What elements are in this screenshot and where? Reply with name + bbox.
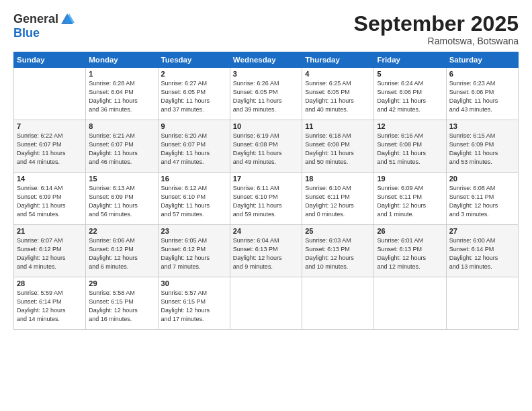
page: General Blue September 2025 Ramotswa, Bo… bbox=[0, 0, 532, 411]
calendar-cell: 20Sunrise: 6:08 AM Sunset: 6:11 PM Dayli… bbox=[446, 173, 518, 225]
calendar-cell: 2Sunrise: 6:27 AM Sunset: 6:05 PM Daylig… bbox=[158, 68, 230, 120]
day-number: 29 bbox=[89, 279, 154, 287]
calendar-cell: 21Sunrise: 6:07 AM Sunset: 6:12 PM Dayli… bbox=[14, 225, 86, 277]
day-number: 5 bbox=[377, 70, 443, 78]
week-row-4: 21Sunrise: 6:07 AM Sunset: 6:12 PM Dayli… bbox=[14, 225, 519, 277]
day-number: 25 bbox=[305, 227, 371, 235]
day-info: Sunrise: 6:08 AM Sunset: 6:11 PM Dayligh… bbox=[449, 184, 515, 219]
day-number: 15 bbox=[89, 175, 154, 183]
logo: General Blue bbox=[13, 12, 75, 40]
day-number: 22 bbox=[89, 227, 154, 235]
calendar-cell: 9Sunrise: 6:20 AM Sunset: 6:07 PM Daylig… bbox=[158, 120, 230, 173]
calendar-cell: 27Sunrise: 6:00 AM Sunset: 6:14 PM Dayli… bbox=[446, 225, 518, 277]
calendar-cell: 4Sunrise: 6:25 AM Sunset: 6:05 PM Daylig… bbox=[302, 68, 374, 120]
weekday-header-tuesday: Tuesday bbox=[158, 52, 230, 68]
calendar-cell: 17Sunrise: 6:11 AM Sunset: 6:10 PM Dayli… bbox=[230, 173, 302, 225]
month-title: September 2025 bbox=[354, 12, 519, 36]
calendar-cell bbox=[14, 68, 86, 120]
calendar-cell: 28Sunrise: 5:59 AM Sunset: 6:14 PM Dayli… bbox=[14, 277, 86, 330]
day-number: 28 bbox=[17, 279, 83, 287]
day-number: 6 bbox=[449, 70, 515, 78]
weekday-header-wednesday: Wednesday bbox=[230, 52, 302, 68]
calendar-cell: 24Sunrise: 6:04 AM Sunset: 6:13 PM Dayli… bbox=[230, 225, 302, 277]
day-number: 8 bbox=[89, 122, 154, 130]
week-row-5: 28Sunrise: 5:59 AM Sunset: 6:14 PM Dayli… bbox=[14, 277, 519, 330]
calendar-cell: 10Sunrise: 6:19 AM Sunset: 6:08 PM Dayli… bbox=[230, 120, 302, 173]
weekday-header-saturday: Saturday bbox=[446, 52, 518, 68]
calendar-cell: 14Sunrise: 6:14 AM Sunset: 6:09 PM Dayli… bbox=[14, 173, 86, 225]
day-info: Sunrise: 6:21 AM Sunset: 6:07 PM Dayligh… bbox=[89, 132, 154, 167]
day-number: 27 bbox=[449, 227, 515, 235]
day-number: 10 bbox=[233, 122, 299, 130]
location: Ramotswa, Botswana bbox=[354, 36, 519, 46]
calendar-cell: 15Sunrise: 6:13 AM Sunset: 6:09 PM Dayli… bbox=[86, 173, 158, 225]
day-info: Sunrise: 6:10 AM Sunset: 6:11 PM Dayligh… bbox=[305, 184, 371, 219]
calendar-cell: 22Sunrise: 6:06 AM Sunset: 6:12 PM Dayli… bbox=[86, 225, 158, 277]
calendar-table: SundayMondayTuesdayWednesdayThursdayFrid… bbox=[13, 52, 519, 330]
day-number: 14 bbox=[17, 175, 83, 183]
calendar-cell: 26Sunrise: 6:01 AM Sunset: 6:13 PM Dayli… bbox=[374, 225, 446, 277]
day-number: 7 bbox=[17, 122, 83, 130]
header: General Blue September 2025 Ramotswa, Bo… bbox=[13, 12, 519, 46]
weekday-header-friday: Friday bbox=[374, 52, 446, 68]
day-number: 17 bbox=[233, 175, 299, 183]
day-info: Sunrise: 6:01 AM Sunset: 6:13 PM Dayligh… bbox=[377, 236, 443, 271]
logo-icon bbox=[60, 12, 75, 27]
calendar-cell: 1Sunrise: 6:28 AM Sunset: 6:04 PM Daylig… bbox=[86, 68, 158, 120]
weekday-header-thursday: Thursday bbox=[302, 52, 374, 68]
weekday-header-monday: Monday bbox=[86, 52, 158, 68]
day-number: 23 bbox=[161, 227, 227, 235]
calendar-cell bbox=[230, 277, 302, 330]
day-info: Sunrise: 6:03 AM Sunset: 6:13 PM Dayligh… bbox=[305, 236, 371, 271]
calendar-cell: 8Sunrise: 6:21 AM Sunset: 6:07 PM Daylig… bbox=[86, 120, 158, 173]
calendar-cell: 12Sunrise: 6:16 AM Sunset: 6:08 PM Dayli… bbox=[374, 120, 446, 173]
day-info: Sunrise: 6:24 AM Sunset: 6:06 PM Dayligh… bbox=[377, 79, 443, 114]
calendar-cell: 25Sunrise: 6:03 AM Sunset: 6:13 PM Dayli… bbox=[302, 225, 374, 277]
day-info: Sunrise: 6:26 AM Sunset: 6:05 PM Dayligh… bbox=[233, 79, 299, 114]
day-info: Sunrise: 6:18 AM Sunset: 6:08 PM Dayligh… bbox=[305, 132, 371, 167]
day-info: Sunrise: 6:07 AM Sunset: 6:12 PM Dayligh… bbox=[17, 236, 83, 271]
calendar-cell bbox=[302, 277, 374, 330]
day-info: Sunrise: 6:22 AM Sunset: 6:07 PM Dayligh… bbox=[17, 132, 83, 167]
day-info: Sunrise: 6:14 AM Sunset: 6:09 PM Dayligh… bbox=[17, 184, 83, 219]
day-number: 18 bbox=[305, 175, 371, 183]
calendar-cell: 3Sunrise: 6:26 AM Sunset: 6:05 PM Daylig… bbox=[230, 68, 302, 120]
day-info: Sunrise: 6:04 AM Sunset: 6:13 PM Dayligh… bbox=[233, 236, 299, 271]
day-info: Sunrise: 6:28 AM Sunset: 6:04 PM Dayligh… bbox=[89, 79, 154, 114]
day-number: 12 bbox=[377, 122, 443, 130]
day-number: 19 bbox=[377, 175, 443, 183]
day-number: 16 bbox=[161, 175, 227, 183]
calendar-cell: 18Sunrise: 6:10 AM Sunset: 6:11 PM Dayli… bbox=[302, 173, 374, 225]
day-info: Sunrise: 6:19 AM Sunset: 6:08 PM Dayligh… bbox=[233, 132, 299, 167]
day-number: 2 bbox=[161, 70, 227, 78]
day-info: Sunrise: 6:12 AM Sunset: 6:10 PM Dayligh… bbox=[161, 184, 227, 219]
day-info: Sunrise: 6:16 AM Sunset: 6:08 PM Dayligh… bbox=[377, 132, 443, 167]
title-block: September 2025 Ramotswa, Botswana bbox=[354, 12, 519, 46]
day-info: Sunrise: 6:13 AM Sunset: 6:09 PM Dayligh… bbox=[89, 184, 154, 219]
calendar-cell: 29Sunrise: 5:58 AM Sunset: 6:15 PM Dayli… bbox=[86, 277, 158, 330]
logo-general-text: General bbox=[13, 13, 58, 26]
calendar-cell: 30Sunrise: 5:57 AM Sunset: 6:15 PM Dayli… bbox=[158, 277, 230, 330]
calendar-cell: 16Sunrise: 6:12 AM Sunset: 6:10 PM Dayli… bbox=[158, 173, 230, 225]
day-number: 9 bbox=[161, 122, 227, 130]
calendar-cell: 6Sunrise: 6:23 AM Sunset: 6:06 PM Daylig… bbox=[446, 68, 518, 120]
day-number: 11 bbox=[305, 122, 371, 130]
day-number: 21 bbox=[17, 227, 83, 235]
day-info: Sunrise: 6:25 AM Sunset: 6:05 PM Dayligh… bbox=[305, 79, 371, 114]
day-info: Sunrise: 6:06 AM Sunset: 6:12 PM Dayligh… bbox=[89, 236, 154, 271]
day-info: Sunrise: 6:23 AM Sunset: 6:06 PM Dayligh… bbox=[449, 79, 515, 114]
weekday-header-row: SundayMondayTuesdayWednesdayThursdayFrid… bbox=[14, 52, 519, 68]
calendar-cell: 19Sunrise: 6:09 AM Sunset: 6:11 PM Dayli… bbox=[374, 173, 446, 225]
day-number: 24 bbox=[233, 227, 299, 235]
day-info: Sunrise: 6:05 AM Sunset: 6:12 PM Dayligh… bbox=[161, 236, 227, 271]
day-info: Sunrise: 6:09 AM Sunset: 6:11 PM Dayligh… bbox=[377, 184, 443, 219]
calendar-cell: 11Sunrise: 6:18 AM Sunset: 6:08 PM Dayli… bbox=[302, 120, 374, 173]
day-info: Sunrise: 5:57 AM Sunset: 6:15 PM Dayligh… bbox=[161, 289, 227, 324]
logo-blue-text: Blue bbox=[13, 27, 75, 40]
day-number: 3 bbox=[233, 70, 299, 78]
weekday-header-sunday: Sunday bbox=[14, 52, 86, 68]
calendar-cell: 7Sunrise: 6:22 AM Sunset: 6:07 PM Daylig… bbox=[14, 120, 86, 173]
day-number: 30 bbox=[161, 279, 227, 287]
week-row-2: 7Sunrise: 6:22 AM Sunset: 6:07 PM Daylig… bbox=[14, 120, 519, 173]
week-row-3: 14Sunrise: 6:14 AM Sunset: 6:09 PM Dayli… bbox=[14, 173, 519, 225]
